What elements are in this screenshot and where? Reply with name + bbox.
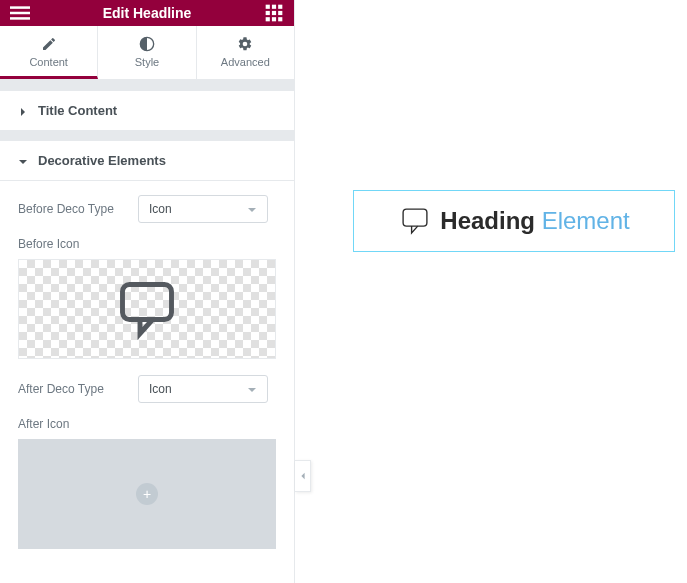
before-deco-type-select[interactable]: Icon <box>138 195 276 223</box>
menu-icon[interactable] <box>10 3 30 23</box>
collapse-panel-handle[interactable] <box>295 460 311 492</box>
chevron-down-icon <box>247 204 257 214</box>
tab-content[interactable]: Content <box>0 26 98 79</box>
pencil-icon <box>41 36 57 52</box>
caret-right-icon <box>18 105 28 115</box>
tab-label: Advanced <box>221 56 270 68</box>
apps-grid-icon[interactable] <box>264 3 284 23</box>
svg-rect-6 <box>266 11 270 15</box>
tab-style[interactable]: Style <box>98 26 196 79</box>
preview-canvas: Heading Element <box>295 0 687 583</box>
svg-rect-10 <box>272 17 276 21</box>
svg-rect-0 <box>10 6 30 9</box>
svg-rect-13 <box>123 284 172 319</box>
select-value: Icon <box>149 202 172 216</box>
select-value: Icon <box>149 382 172 396</box>
heading-main: Heading <box>440 207 535 234</box>
caret-down-icon <box>18 155 28 165</box>
panel-header: Edit Headline <box>0 0 294 26</box>
headline-text: Heading Element <box>440 207 629 235</box>
tab-advanced[interactable]: Advanced <box>197 26 294 79</box>
tab-bar: Content Style Advanced <box>0 26 294 80</box>
svg-rect-9 <box>266 17 270 21</box>
svg-rect-1 <box>10 12 30 15</box>
section-label: Title Content <box>38 103 117 118</box>
svg-rect-7 <box>272 11 276 15</box>
gear-icon <box>237 36 253 52</box>
editor-panel: Edit Headline Content Style Advanced Tit… <box>0 0 295 583</box>
section-label: Decorative Elements <box>38 153 166 168</box>
heading-accent: Element <box>542 207 630 234</box>
spacer <box>0 80 294 90</box>
after-deco-type-select[interactable]: Icon <box>138 375 276 403</box>
svg-rect-5 <box>278 5 282 9</box>
svg-rect-2 <box>10 17 30 19</box>
tab-label: Style <box>135 56 159 68</box>
svg-rect-14 <box>403 209 427 226</box>
chevron-down-icon <box>247 384 257 394</box>
headline-widget[interactable]: Heading Element <box>353 190 675 252</box>
after-icon-empty[interactable]: + <box>18 439 276 549</box>
spacer <box>0 131 294 141</box>
section-decorative-elements[interactable]: Decorative Elements <box>0 141 294 181</box>
after-deco-type-label: After Deco Type <box>18 382 138 396</box>
svg-rect-11 <box>278 17 282 21</box>
section-title-content[interactable]: Title Content <box>0 91 294 131</box>
before-icon-label: Before Icon <box>18 237 276 251</box>
comment-icon <box>398 204 432 238</box>
after-deco-type-row: After Deco Type Icon <box>18 375 276 403</box>
svg-rect-3 <box>266 5 270 9</box>
svg-rect-8 <box>278 11 282 15</box>
contrast-icon <box>139 36 155 52</box>
before-icon-preview[interactable] <box>18 259 276 359</box>
after-icon-label: After Icon <box>18 417 276 431</box>
before-deco-type-row: Before Deco Type Icon <box>18 195 276 223</box>
svg-rect-4 <box>272 5 276 9</box>
comment-icon <box>112 274 182 344</box>
plus-icon: + <box>136 483 158 505</box>
before-deco-type-label: Before Deco Type <box>18 202 138 216</box>
panel-title: Edit Headline <box>30 5 264 21</box>
tab-label: Content <box>29 56 68 68</box>
decorative-controls: Before Deco Type Icon Before Icon After … <box>0 181 294 583</box>
